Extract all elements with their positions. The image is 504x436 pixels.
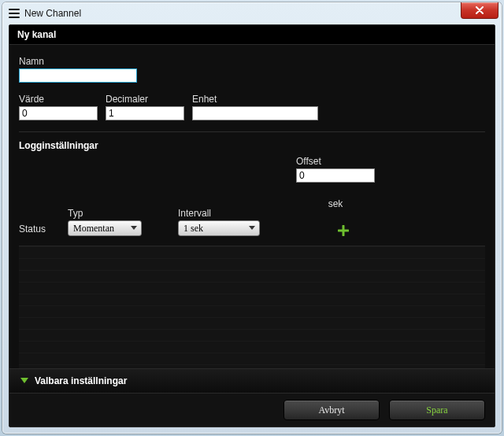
titlebar: New Channel (2, 2, 502, 24)
interval-label: Intervall (178, 208, 296, 219)
app-icon (9, 9, 20, 18)
window-title: New Channel (24, 8, 81, 19)
type-selected: Momentan (73, 223, 114, 235)
optional-settings-toggle[interactable]: Valbara inställningar (9, 368, 495, 393)
log-row: Status Typ Momentan Intervall 1 sek (19, 156, 485, 242)
log-list (19, 246, 485, 368)
window: New Channel Ny kanal Namn Värde Decimale… (2, 2, 502, 434)
close-icon (475, 6, 484, 14)
cancel-button[interactable]: Avbryt (284, 400, 380, 420)
offset-label: Offset (296, 156, 375, 167)
chevron-down-icon (249, 226, 255, 231)
value-label: Värde (19, 94, 101, 105)
divider (19, 131, 485, 132)
add-log-button[interactable] (338, 225, 349, 236)
chevron-down-icon (131, 226, 137, 231)
status-label: Status (19, 224, 68, 235)
chevron-down-icon (20, 378, 28, 384)
type-label: Typ (68, 208, 178, 219)
value-input[interactable] (19, 106, 98, 120)
content: Namn Värde Decimaler Enhet Logginstäl (9, 45, 495, 368)
decimals-label: Decimaler (106, 94, 187, 105)
offset-unit: sek (328, 198, 343, 209)
unit-input[interactable] (192, 106, 318, 120)
footer: Avbryt Spara (9, 393, 495, 427)
save-button[interactable]: Spara (389, 400, 485, 420)
name-label: Namn (19, 56, 485, 67)
unit-label: Enhet (192, 94, 321, 105)
name-input[interactable] (19, 68, 137, 83)
plus-icon (338, 225, 349, 236)
type-select[interactable]: Momentan (68, 220, 142, 236)
interval-selected: 1 sek (183, 223, 203, 235)
offset-input[interactable] (296, 168, 375, 183)
interval-select[interactable]: 1 sek (178, 220, 260, 236)
client-area: Ny kanal Namn Värde Decimaler Enhet (9, 24, 495, 427)
page-title: Ny kanal (9, 25, 495, 45)
decimals-input[interactable] (106, 106, 184, 120)
log-settings-title: Logginställningar (19, 140, 485, 151)
optional-settings-label: Valbara inställningar (35, 375, 127, 386)
close-button[interactable] (461, 2, 498, 19)
